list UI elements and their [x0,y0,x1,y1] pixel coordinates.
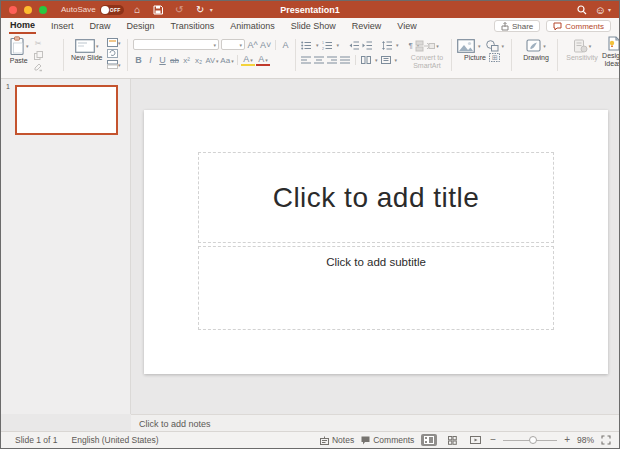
slide-canvas: Click to add title Click to add subtitle [131,79,619,414]
change-case-button[interactable]: Aa▾ [220,56,234,65]
columns-icon[interactable] [361,56,371,64]
undo-icon[interactable]: ↺ [172,3,187,16]
traffic-lights [9,6,47,14]
zoom-out-button[interactable]: − [490,435,496,445]
bold-button[interactable]: B [133,55,144,65]
font-color-button[interactable]: A▾ [256,54,270,66]
change-case-label: Aa [220,56,230,65]
convert-to-smartart-button[interactable]: ▾ Convert toSmartArt [405,36,449,70]
zoom-in-button[interactable]: + [564,435,570,445]
language-selector[interactable]: English (United States) [72,435,159,445]
superscript-button[interactable]: x² [181,56,192,65]
reset-icon[interactable] [107,49,121,58]
drawing-brush-icon [526,39,542,53]
tab-transitions[interactable]: Transitions [170,19,216,33]
home-icon[interactable]: ⌂ [130,3,145,16]
italic-button[interactable]: I [145,55,156,65]
design-ideas-icon [606,36,620,51]
autosave-toggle[interactable]: OFF [100,5,124,15]
account-caret-icon: ▾ [608,6,611,13]
new-slide-caret-icon: ▾ [96,43,99,49]
numbering-caret-icon: ▾ [337,42,340,48]
zoom-slider[interactable] [503,435,557,445]
redo-icon[interactable]: ↻ [193,3,208,16]
section-icon[interactable]: ▾ [107,60,121,69]
tab-review[interactable]: Review [351,19,383,33]
slide-thumbnail-panel: 1 [1,79,131,414]
tab-design[interactable]: Design [126,19,156,33]
text-box-icon[interactable]: ⊞ [489,53,500,62]
increase-indent-icon[interactable] [362,41,372,50]
layout-icon[interactable]: ▾ [107,38,121,47]
powerpoint-window: AutoSave OFF ⌂ ↺ ↻ ▾ Presentation1 ☺ ▾ H… [0,0,620,449]
zoom-slider-knob[interactable] [529,436,537,444]
justify-icon[interactable] [340,56,350,64]
account-menu[interactable]: ☺ ▾ [595,4,611,16]
strikethrough-button[interactable]: ab [169,56,180,65]
design-ideas-button[interactable]: DesignIdeas [587,36,620,68]
share-button[interactable]: Share [494,20,540,32]
font-name-combobox[interactable]: ▾ [133,39,219,50]
autosave-label: AutoSave [61,5,96,14]
tab-insert[interactable]: Insert [50,19,75,33]
numbering-icon[interactable]: 12 [322,41,333,50]
minimize-window-button[interactable] [24,6,32,14]
tab-home[interactable]: Home [9,18,36,34]
decrease-font-size-button[interactable]: A˅ [260,40,271,50]
design-ideas-label-line2: Ideas [604,60,620,67]
drawing-button[interactable]: ▾ Drawing [517,36,555,62]
save-icon[interactable] [151,3,166,16]
align-text-caret-icon: ▾ [395,57,398,63]
line-spacing-icon[interactable] [382,41,392,50]
paste-button[interactable]: ▾ Paste [9,36,29,65]
slide-thumbnail[interactable] [15,85,118,135]
comments-button[interactable]: Comments [546,20,611,32]
smartart-icon [415,39,435,53]
shapes-icon[interactable] [486,40,499,52]
ribbon-home: ▾ Paste ✂ [1,34,619,79]
fit-slide-to-window-icon[interactable] [601,435,611,445]
align-center-icon[interactable] [314,56,324,64]
title-placeholder[interactable]: Click to add title [198,152,554,243]
copy-icon[interactable] [34,51,43,60]
align-left-icon[interactable] [301,56,311,64]
comments-icon [553,22,562,31]
font-size-combobox[interactable]: ▾ [221,39,245,50]
tab-draw[interactable]: Draw [89,19,112,33]
tab-animations[interactable]: Animations [229,19,276,33]
slide-editor[interactable]: Click to add title Click to add subtitle [144,110,608,374]
normal-view-button[interactable] [421,434,437,446]
format-painter-icon[interactable] [34,63,43,72]
clear-formatting-button[interactable]: A [280,40,291,50]
zoom-level[interactable]: 98% [577,435,594,445]
toolbar-customize-caret-icon[interactable]: ▾ [210,6,213,13]
search-icon[interactable] [577,5,587,15]
align-text-icon[interactable] [381,56,391,64]
character-spacing-button[interactable]: AV▾ [205,56,219,65]
highlight-color-button[interactable]: A▾ [241,54,255,66]
comments-toggle-button[interactable]: Comments [361,435,414,445]
bullets-icon[interactable] [301,41,312,50]
svg-text:1: 1 [322,41,324,45]
svg-text:2: 2 [322,47,324,50]
new-slide-button[interactable]: ▾ New Slide [71,36,103,62]
drawing-caret-icon: ▾ [543,43,546,49]
paste-clipboard-icon [9,36,25,56]
fullscreen-window-button[interactable] [39,6,47,14]
align-right-icon[interactable] [327,56,337,64]
font-name-caret-icon: ▾ [213,42,216,48]
notes-toggle-button[interactable]: Notes [320,435,354,445]
normal-view-icon [424,436,434,444]
tab-view[interactable]: View [396,19,417,33]
picture-icon[interactable] [457,39,475,53]
increase-font-size-button[interactable]: A^ [247,40,258,50]
slide-sorter-view-button[interactable] [444,434,460,446]
close-window-button[interactable] [9,6,17,14]
tab-slide-show[interactable]: Slide Show [290,19,337,33]
subscript-button[interactable]: x₂ [193,56,204,65]
slideshow-view-button[interactable] [467,434,483,446]
cut-icon[interactable]: ✂ [34,39,43,48]
underline-button[interactable]: U [157,55,168,65]
subtitle-placeholder[interactable]: Click to add subtitle [198,246,554,330]
decrease-indent-icon[interactable] [349,41,359,50]
